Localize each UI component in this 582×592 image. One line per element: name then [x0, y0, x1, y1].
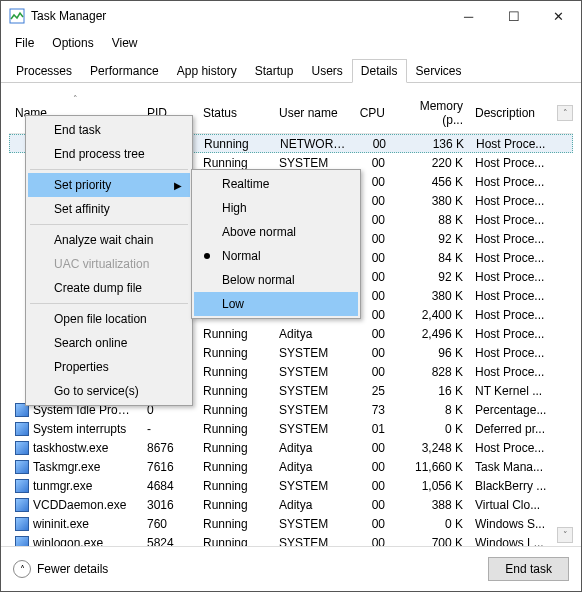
tab-services[interactable]: Services: [407, 59, 471, 83]
cell-user: SYSTEM: [273, 515, 351, 533]
ctx-analyze[interactable]: Analyze wait chain: [28, 228, 190, 252]
menu-view[interactable]: View: [104, 33, 146, 53]
end-task-button[interactable]: End task: [488, 557, 569, 581]
prio-high[interactable]: High: [194, 196, 358, 220]
window-title: Task Manager: [31, 9, 446, 23]
cell-cpu: 01: [351, 420, 391, 438]
cell-name: tunmgr.exe: [9, 477, 141, 495]
cell-mem: 3,248 K: [391, 439, 469, 457]
ctx-separator: [30, 169, 188, 170]
cell-status: Running: [197, 420, 273, 438]
ctx-separator: [30, 303, 188, 304]
tab-details[interactable]: Details: [352, 59, 407, 83]
cell-name: VCDDaemon.exe: [9, 496, 141, 514]
ctx-end-tree[interactable]: End process tree: [28, 142, 190, 166]
cell-mem: 220 K: [391, 154, 469, 172]
scrollbar[interactable]: ˄ ˅: [557, 105, 573, 543]
cell-name: System interrupts: [9, 420, 141, 438]
priority-submenu: Realtime High Above normal Normal Below …: [191, 169, 361, 319]
cell-user: Aditya: [273, 458, 351, 476]
ctx-search-online[interactable]: Search online: [28, 331, 190, 355]
cell-name: wininit.exe: [9, 515, 141, 533]
cell-mem: 136 K: [392, 135, 470, 153]
ctx-set-priority[interactable]: Set priority▶: [28, 173, 190, 197]
process-icon: [15, 460, 29, 474]
cell-cpu: 73: [351, 401, 391, 419]
scroll-down-icon[interactable]: ˅: [557, 527, 573, 543]
tab-startup[interactable]: Startup: [246, 59, 303, 83]
cell-status: Running: [197, 363, 273, 381]
cell-mem: 456 K: [391, 173, 469, 191]
cell-status: Running: [197, 515, 273, 533]
scroll-up-icon[interactable]: ˄: [557, 105, 573, 121]
ctx-go-to-services[interactable]: Go to service(s): [28, 379, 190, 403]
tab-users[interactable]: Users: [302, 59, 351, 83]
table-row[interactable]: Taskmgr.exe7616RunningAditya0011,660 KTa…: [9, 457, 573, 476]
ctx-set-affinity[interactable]: Set affinity: [28, 197, 190, 221]
cell-mem: 92 K: [391, 230, 469, 248]
app-icon: [9, 8, 25, 24]
fewer-details-toggle[interactable]: ˄ Fewer details: [13, 560, 108, 578]
process-icon: [15, 517, 29, 531]
col-status[interactable]: Status: [197, 100, 273, 126]
col-cpu[interactable]: CPU: [351, 100, 391, 126]
menu-file[interactable]: File: [7, 33, 42, 53]
cell-status: Running: [197, 477, 273, 495]
col-mem[interactable]: Memory (p...: [391, 93, 469, 133]
cell-mem: 380 K: [391, 287, 469, 305]
process-icon: [15, 422, 29, 436]
col-user[interactable]: User name: [273, 100, 351, 126]
tab-apphistory[interactable]: App history: [168, 59, 246, 83]
tab-performance[interactable]: Performance: [81, 59, 168, 83]
cell-user: SYSTEM: [273, 420, 351, 438]
cell-status: Running: [198, 135, 274, 153]
cell-pid: 8676: [141, 439, 197, 457]
minimize-button[interactable]: ─: [446, 1, 491, 31]
cell-status: Running: [197, 439, 273, 457]
ctx-end-task[interactable]: End task: [28, 118, 190, 142]
cell-mem: 388 K: [391, 496, 469, 514]
prio-above-normal[interactable]: Above normal: [194, 220, 358, 244]
fewer-details-label: Fewer details: [37, 562, 108, 576]
table-row[interactable]: tunmgr.exe4684RunningSYSTEM001,056 KBlac…: [9, 476, 573, 495]
cell-cpu: 00: [351, 325, 391, 343]
table-row[interactable]: taskhostw.exe8676RunningAditya003,248 KH…: [9, 438, 573, 457]
cell-mem: 88 K: [391, 211, 469, 229]
cell-mem: 380 K: [391, 192, 469, 210]
cell-name: Taskmgr.exe: [9, 458, 141, 476]
cell-status: Running: [197, 382, 273, 400]
cell-cpu: 00: [351, 363, 391, 381]
cell-user: NETWORK...: [274, 135, 352, 153]
maximize-button[interactable]: ☐: [491, 1, 536, 31]
cell-mem: 92 K: [391, 268, 469, 286]
cell-mem: 8 K: [391, 401, 469, 419]
cell-mem: 96 K: [391, 344, 469, 362]
cell-mem: 2,496 K: [391, 325, 469, 343]
cell-cpu: 00: [352, 135, 392, 153]
menu-bar: File Options View: [1, 31, 581, 55]
ctx-properties[interactable]: Properties: [28, 355, 190, 379]
prio-low[interactable]: Low: [194, 292, 358, 316]
tab-processes[interactable]: Processes: [7, 59, 81, 83]
cell-cpu: 00: [351, 458, 391, 476]
table-row[interactable]: VCDDaemon.exe3016RunningAditya00388 KVir…: [9, 495, 573, 514]
ctx-create-dump[interactable]: Create dump file: [28, 276, 190, 300]
menu-options[interactable]: Options: [44, 33, 101, 53]
cell-mem: 11,660 K: [391, 458, 469, 476]
sort-indicator-icon: ˄: [73, 94, 78, 104]
close-button[interactable]: ✕: [536, 1, 581, 31]
cell-status: Running: [197, 458, 273, 476]
cell-mem: 1,056 K: [391, 477, 469, 495]
cell-name: taskhostw.exe: [9, 439, 141, 457]
prio-realtime[interactable]: Realtime: [194, 172, 358, 196]
cell-pid: 7616: [141, 458, 197, 476]
prio-below-normal[interactable]: Below normal: [194, 268, 358, 292]
table-row[interactable]: wininit.exe760RunningSYSTEM000 KWindows …: [9, 514, 573, 533]
cell-user: Aditya: [273, 439, 351, 457]
table-row[interactable]: System interrupts-RunningSYSTEM010 KDefe…: [9, 419, 573, 438]
prio-normal[interactable]: Normal: [194, 244, 358, 268]
ctx-open-location[interactable]: Open file location: [28, 307, 190, 331]
cell-mem: 0 K: [391, 515, 469, 533]
cell-mem: 828 K: [391, 363, 469, 381]
ctx-separator: [30, 224, 188, 225]
